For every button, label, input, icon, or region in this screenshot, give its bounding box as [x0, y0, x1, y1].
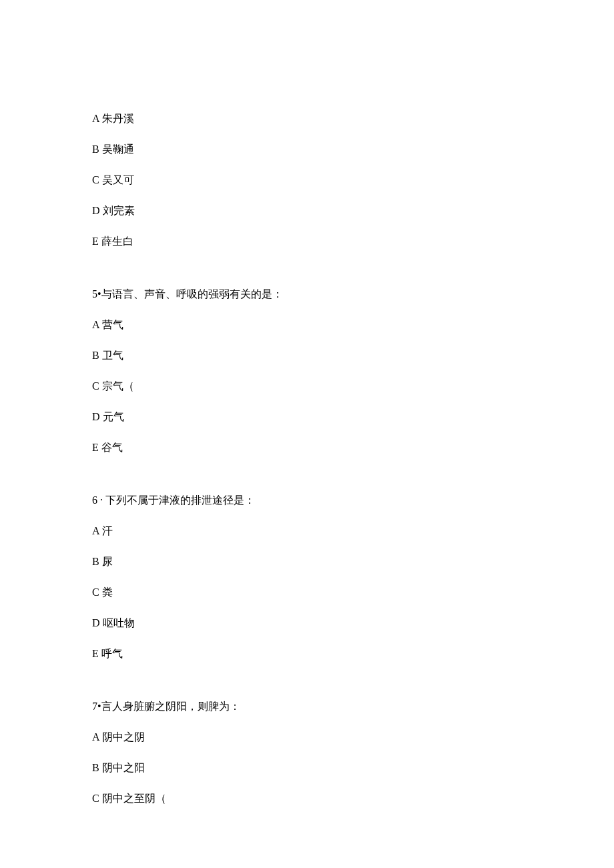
q5-option-c: C 宗气（ [92, 378, 522, 394]
q5-option-b: B 卫气 [92, 348, 522, 364]
q7-stem: 7•言人身脏腑之阴阳，则脾为： [92, 699, 522, 715]
q6-option-a: A 汗 [92, 523, 522, 539]
q6-stem: 6 · 下列不属于津液的排泄途径是： [92, 492, 522, 508]
q5-option-a: A 营气 [92, 317, 522, 333]
page: A 朱丹溪 B 吴鞠通 C 吴又可 D 刘完素 E 薛生白 5•与语言、声音、呼… [0, 0, 614, 868]
q6-option-b: B 尿 [92, 554, 522, 570]
q4-option-b: B 吴鞠通 [92, 141, 522, 157]
q6-option-d: D 呕吐物 [92, 615, 522, 631]
q6-option-c: C 粪 [92, 584, 522, 600]
q5-option-d: D 元气 [92, 409, 522, 425]
q7-option-a: A 阴中之阴 [92, 729, 522, 745]
q5-option-e: E 谷气 [92, 440, 522, 456]
q7-option-c: C 阴中之至阴（ [92, 791, 522, 807]
q4-option-c: C 吴又可 [92, 172, 522, 188]
q5-stem: 5•与语言、声音、呼吸的强弱有关的是： [92, 286, 522, 302]
q4-option-a: A 朱丹溪 [92, 111, 522, 127]
q4-option-d: D 刘完素 [92, 203, 522, 219]
q4-option-e: E 薛生白 [92, 234, 522, 250]
q7-option-b: B 阴中之阳 [92, 760, 522, 776]
q6-option-e: E 呼气 [92, 646, 522, 662]
